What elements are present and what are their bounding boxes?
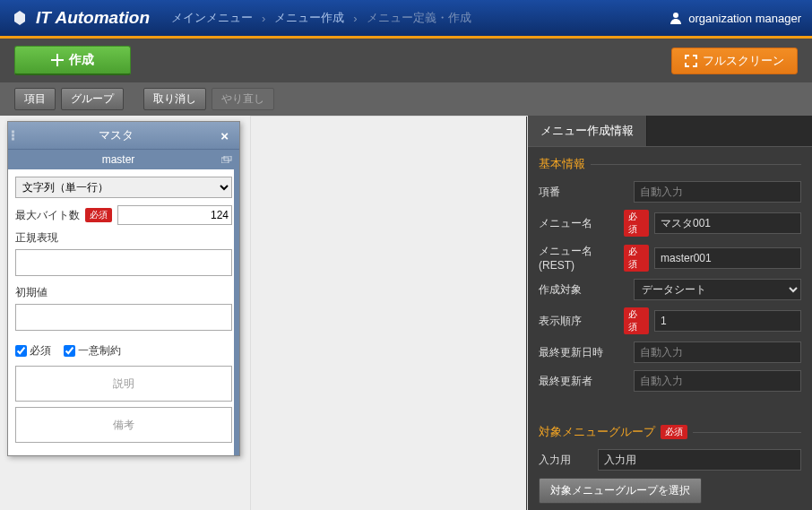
breadcrumb-item-main[interactable]: メインメニュー [171,10,253,26]
required-checkbox[interactable]: 必須 [15,343,51,359]
menu-rest-label: メニュー名(REST) [539,244,618,272]
create-button[interactable]: 作成 [14,46,131,75]
order-label: 表示順序 [539,314,618,329]
logo-icon [11,9,29,27]
sub-toolbar: 項目 グループ 取り消し やり直し [0,82,812,116]
target-label: 作成対象 [539,282,628,298]
menu-name-label: メニュー名 [539,216,618,231]
drag-handle-icon[interactable] [12,131,14,141]
breadcrumb: メインメニュー › メニュー作成 › メニュー定義・作成 [171,10,471,26]
user-name: organization manager [688,12,801,25]
copy-icon[interactable] [221,156,232,163]
updated-by-label: 最終更新者 [539,374,628,389]
chevron-right-icon: › [353,12,357,25]
default-label: 初期値 [15,285,232,300]
undo-button[interactable]: 取り消し [143,88,206,110]
user-menu[interactable]: organization manager [669,11,801,25]
required-badge: 必須 [624,245,649,272]
item-title: マスタ [15,127,217,143]
input-use-label: 入力用 [539,453,592,468]
order-input[interactable] [654,310,801,332]
svg-point-0 [673,13,678,18]
item-title-bar[interactable]: マスタ × [8,122,239,149]
regex-input[interactable] [15,249,232,276]
default-input[interactable] [15,304,232,331]
item-subtitle-bar: master [8,149,239,169]
fullscreen-icon [685,55,697,67]
regex-label: 正規表現 [15,230,232,246]
updated-by-input [634,370,801,392]
plus-icon [51,54,64,66]
required-badge: 必須 [85,208,112,222]
item-editor-panel: マスタ × master 文字列（単一行） 最大バイト数 必須 正規表現 初期値 [7,121,240,456]
scrollbar[interactable] [234,169,239,455]
section-title-group: 対象メニューグループ 必須 [539,424,801,440]
chevron-right-icon: › [262,12,265,25]
updated-at-label: 最終更新日時 [539,345,628,360]
item-no-input [634,181,801,203]
right-panel: メニュー作成情報 基本情報 項番 メニュー名 必須 メニュー名(REST) 必須… [527,116,812,510]
required-badge: 必須 [624,210,649,237]
item-subtitle: master [15,153,221,166]
fullscreen-button[interactable]: フルスクリーン [671,48,798,74]
required-badge: 必須 [661,425,687,439]
breadcrumb-item-current: メニュー定義・作成 [367,10,471,26]
section-title-basic: 基本情報 [539,156,801,172]
group-button[interactable]: グループ [61,88,124,110]
main-toolbar: 作成 フルスクリーン [0,39,812,82]
redo-button: やり直し [212,88,274,110]
remark-input[interactable]: 備考 [15,407,232,443]
section-basic-info: 基本情報 項番 メニュー名 必須 メニュー名(REST) 必須 作成対象 データ… [528,147,812,408]
user-icon [669,11,683,25]
tab-header: メニュー作成情報 [528,116,812,147]
updated-at-input [634,341,801,363]
target-select[interactable]: データシート [634,279,801,300]
app-header: IT Automation メインメニュー › メニュー作成 › メニュー定義・… [0,0,812,36]
grid-column [250,116,528,510]
required-badge: 必須 [624,307,649,334]
breadcrumb-item-menu[interactable]: メニュー作成 [274,10,344,26]
app-title: IT Automation [36,8,150,28]
close-icon[interactable]: × [217,128,232,143]
type-select[interactable]: 文字列（単一行） [15,177,232,198]
menu-name-input[interactable] [654,212,801,234]
max-bytes-label: 最大バイト数 [15,208,80,223]
menu-rest-input[interactable] [654,247,801,269]
description-input[interactable]: 説明 [15,366,232,402]
canvas[interactable]: マスタ × master 文字列（単一行） 最大バイト数 必須 正規表現 初期値 [0,116,527,510]
main-area: マスタ × master 文字列（単一行） 最大バイト数 必須 正規表現 初期値 [0,116,812,510]
item-body: 文字列（単一行） 最大バイト数 必須 正規表現 初期値 必須 一意制約 説明 備… [8,169,239,455]
select-group-button[interactable]: 対象メニューグループを選択 [539,478,702,504]
unique-checkbox[interactable]: 一意制約 [64,343,121,359]
input-use-input[interactable] [598,449,801,471]
item-button[interactable]: 項目 [14,88,56,110]
item-no-label: 項番 [539,185,628,200]
max-bytes-input[interactable] [117,205,232,225]
section-target-group: 対象メニューグループ 必須 入力用 対象メニューグループを選択 [528,415,812,510]
tab-menu-info[interactable]: メニュー作成情報 [528,116,647,146]
